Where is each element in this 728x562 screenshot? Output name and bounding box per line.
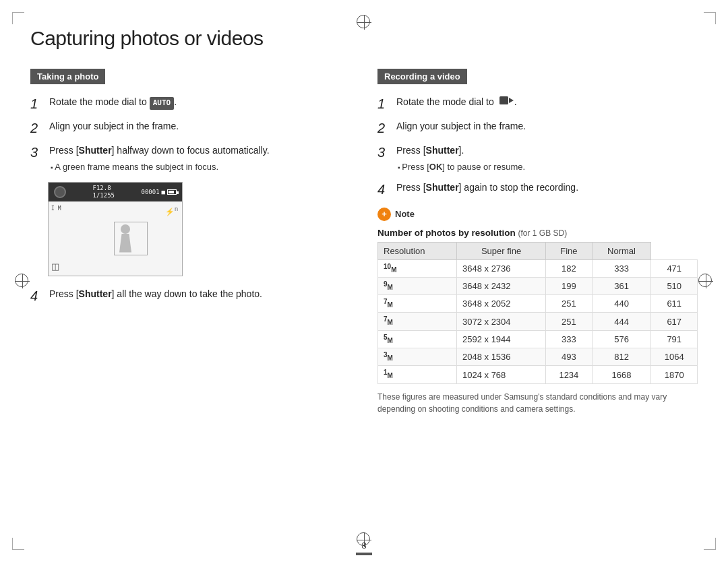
shutter-bold-v4: Shutter — [426, 182, 459, 193]
step-vtext-2: Align your subject in the frame. — [396, 119, 526, 133]
cell-normal-2: 611 — [651, 295, 698, 313]
camera-lens-icon — [54, 186, 66, 198]
cell-label-3: 7M — [378, 313, 457, 330]
step-vtext-4: Press [Shutter] again to stop the record… — [396, 181, 578, 195]
cell-label-4: 5M — [378, 330, 457, 348]
focus-frame — [114, 222, 148, 255]
cell-superfine-6: 1234 — [546, 366, 593, 383]
cell-superfine-2: 251 — [546, 295, 593, 313]
page-title: Capturing photos or videos — [30, 27, 698, 50]
flash-icon: ⚡n — [165, 206, 178, 216]
table-header-row: Resolution Super fine Fine Normal — [378, 242, 698, 259]
shutter-bold-1: Shutter — [79, 145, 112, 156]
svg-marker-1 — [509, 98, 514, 103]
cell-resolution-0: 3648 x 2736 — [457, 259, 546, 277]
cell-superfine-4: 333 — [546, 330, 593, 348]
camera-indicator-2: ◫ — [51, 261, 59, 272]
col-header-normal: Normal — [592, 242, 651, 259]
cell-resolution-1: 3648 x 2432 — [457, 277, 546, 294]
cell-superfine-1: 199 — [546, 277, 593, 294]
corner-mark-bl — [12, 538, 24, 550]
corner-mark-tl — [12, 12, 24, 24]
step-text-1: Rotate the mode dial to AUTO. — [49, 95, 177, 110]
cell-normal-1: 510 — [651, 277, 698, 294]
cell-label-1: 9M — [378, 277, 457, 294]
step-num-4: 4 — [30, 287, 45, 305]
note-icon: + — [377, 208, 391, 221]
taking-photo-steps-cont: 4 Press [Shutter] all the way down to ta… — [30, 287, 351, 305]
page-number-area: 8 — [356, 540, 372, 555]
step-video-4: 4 Press [Shutter] again to stop the reco… — [377, 181, 698, 198]
cell-superfine-5: 493 — [546, 348, 593, 366]
resolution-table: Resolution Super fine Fine Normal 10M 36… — [377, 242, 698, 384]
page-bar — [356, 553, 372, 555]
step-v3-subbullet: Press [OK] to pause or resume. — [398, 160, 525, 174]
camera-top-bar: F12.8 1/1255 00001 ■ — [49, 183, 182, 201]
step-video-2: 2 Align your subject in the frame. — [377, 119, 698, 137]
corner-mark-tr — [704, 12, 716, 24]
cell-resolution-4: 2592 x 1944 — [457, 330, 546, 348]
compass-left — [15, 274, 30, 288]
cell-normal-5: 1064 — [651, 348, 698, 366]
ok-bold: OK — [429, 162, 443, 172]
cell-fine-5: 812 — [592, 348, 651, 366]
cell-normal-3: 617 — [651, 313, 698, 330]
shutter-bold-4: Shutter — [79, 288, 112, 299]
cell-label-0: 10M — [378, 259, 457, 277]
step-text-4: Press [Shutter] all the way down to take… — [49, 287, 262, 301]
note-box: + Note — [377, 208, 698, 221]
camera-f-info: F12.8 1/1255 — [92, 185, 115, 199]
recording-video-steps: 1 Rotate the mode dial to . — [377, 95, 698, 198]
table-row: 3M 2048 x 1536 493 812 1064 — [378, 348, 698, 366]
step-3-subbullet: A green frame means the subject in focus… — [51, 160, 270, 174]
table-row: 7M 3072 x 2304 251 444 617 — [378, 313, 698, 330]
col-header-resolution: Resolution — [378, 242, 457, 259]
step-text-3: Press [Shutter] halfway down to focus au… — [49, 144, 270, 174]
note-label: Note — [395, 209, 415, 219]
table-row: 10M 3648 x 2736 182 333 471 — [378, 259, 698, 277]
taking-photo-steps: 1 Rotate the mode dial to AUTO. 2 Align … — [30, 95, 351, 174]
left-column: Taking a photo 1 Rotate the mode dial to… — [30, 69, 351, 415]
step-vnum-3: 3 — [377, 144, 392, 161]
auto-badge: AUTO — [150, 97, 175, 110]
col-header-superfine: Super fine — [457, 242, 546, 259]
svg-rect-0 — [499, 96, 508, 104]
cell-normal-4: 791 — [651, 330, 698, 348]
compass-right — [698, 274, 713, 288]
table-title: Number of photos by resolution (for 1 GB… — [377, 228, 698, 238]
cell-label-6: 1M — [378, 366, 457, 383]
camera-lcd-diagram: F12.8 1/1255 00001 ■ I M ◫ — [48, 182, 183, 276]
camera-main-area: ⚡n — [69, 201, 182, 276]
step-num-1: 1 — [30, 95, 45, 113]
step-vnum-1: 1 — [377, 95, 392, 113]
corner-mark-br — [704, 538, 716, 550]
table-row: 9M 3648 x 2432 199 361 510 — [378, 277, 698, 294]
recording-video-header: Recording a video — [377, 69, 467, 84]
right-column: Recording a video 1 Rotate the mode dial… — [377, 69, 698, 415]
step-num-2: 2 — [30, 119, 45, 137]
step-vtext-1: Rotate the mode dial to . — [396, 95, 517, 110]
table-footnote: These figures are measured under Samsung… — [377, 391, 698, 415]
cell-superfine-0: 182 — [546, 259, 593, 277]
cell-superfine-3: 251 — [546, 313, 593, 330]
cell-fine-2: 440 — [592, 295, 651, 313]
step-photo-4: 4 Press [Shutter] all the way down to ta… — [30, 287, 351, 305]
step-photo-1: 1 Rotate the mode dial to AUTO. — [30, 95, 351, 113]
cell-resolution-6: 1024 x 768 — [457, 366, 546, 383]
cell-resolution-5: 2048 x 1536 — [457, 348, 546, 366]
step-vtext-3: Press [Shutter]. Press [OK] to pause or … — [396, 144, 525, 174]
page-number: 8 — [361, 540, 366, 551]
cell-fine-1: 361 — [592, 277, 651, 294]
table-row: 1M 1024 x 768 1234 1668 1870 — [378, 366, 698, 383]
table-row: 7M 3648 x 2052 251 440 611 — [378, 295, 698, 313]
step-photo-3: 3 Press [Shutter] halfway down to focus … — [30, 144, 351, 174]
cell-label-2: 7M — [378, 295, 457, 313]
cell-normal-6: 1870 — [651, 366, 698, 383]
camera-left-bar: I M ◫ — [49, 201, 69, 276]
camera-top-right-info: 00001 ■ — [141, 189, 177, 195]
step-vnum-2: 2 — [377, 119, 392, 137]
cell-fine-3: 444 — [592, 313, 651, 330]
cell-normal-0: 471 — [651, 259, 698, 277]
step-video-1: 1 Rotate the mode dial to . — [377, 95, 698, 113]
step-video-3: 3 Press [Shutter]. Press [OK] to pause o… — [377, 144, 698, 174]
